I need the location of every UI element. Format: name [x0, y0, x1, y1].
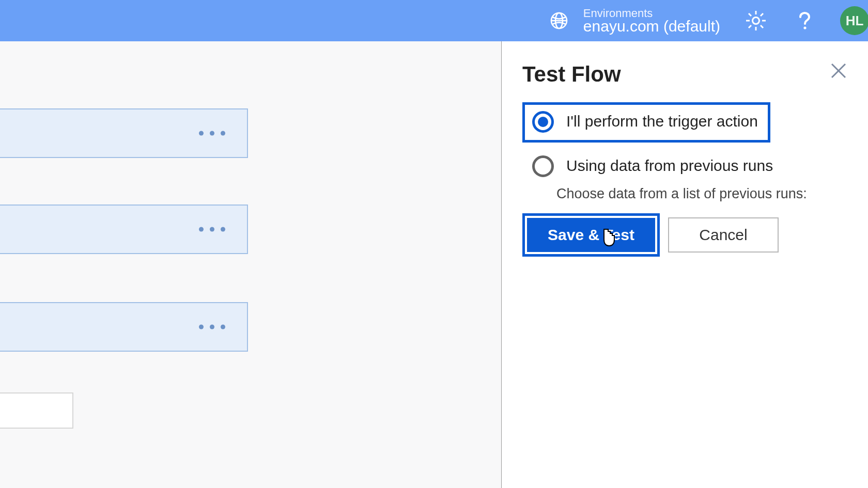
avatar-initials: HL	[846, 13, 864, 29]
settings-button[interactable]	[743, 8, 769, 34]
radio-option-perform-trigger[interactable]: I'll perform the trigger action	[522, 102, 770, 143]
environment-selector[interactable]: Environments enayu.com (default)	[546, 7, 720, 35]
add-step-button[interactable]: e	[0, 392, 73, 429]
flow-step-card[interactable]	[0, 204, 248, 254]
card-menu-icon[interactable]	[199, 131, 225, 136]
svg-line-8	[749, 13, 751, 16]
gear-icon	[745, 10, 767, 32]
environment-name: enayu.com (default)	[583, 18, 720, 35]
close-panel-button[interactable]	[830, 61, 847, 84]
button-label: Save & Test	[548, 226, 634, 244]
card-menu-icon[interactable]	[199, 325, 225, 329]
svg-line-10	[761, 13, 763, 16]
flow-step-card[interactable]	[0, 302, 248, 352]
highlight-frame: Save & Test	[522, 213, 660, 257]
test-flow-panel: Test Flow I'll perform the trigger actio…	[501, 41, 868, 488]
save-and-test-button[interactable]: Save & Test	[527, 218, 655, 252]
button-label: Cancel	[699, 226, 747, 244]
help-button[interactable]	[792, 8, 817, 34]
flow-canvas: e	[0, 41, 501, 488]
svg-point-3	[753, 18, 760, 24]
radio-label: I'll perform the trigger action	[566, 112, 758, 130]
radio-option-previous-runs[interactable]: Using data from previous runs	[522, 147, 847, 187]
radio-sublabel: Choose data from a list of previous runs…	[556, 186, 847, 202]
radio-button[interactable]	[532, 111, 554, 133]
flow-step-card[interactable]	[0, 108, 248, 158]
svg-line-9	[761, 25, 763, 28]
close-icon	[830, 62, 847, 80]
globe-icon	[546, 8, 572, 34]
radio-button[interactable]	[532, 155, 554, 177]
card-menu-icon[interactable]	[199, 227, 225, 232]
app-header: Environments enayu.com (default) HL	[0, 0, 868, 41]
help-icon	[794, 10, 815, 31]
svg-line-11	[749, 25, 751, 28]
panel-title: Test Flow	[522, 62, 847, 87]
svg-point-12	[803, 26, 806, 29]
radio-label: Using data from previous runs	[566, 156, 773, 175]
cancel-button[interactable]: Cancel	[668, 217, 779, 253]
user-avatar[interactable]: HL	[840, 6, 868, 35]
